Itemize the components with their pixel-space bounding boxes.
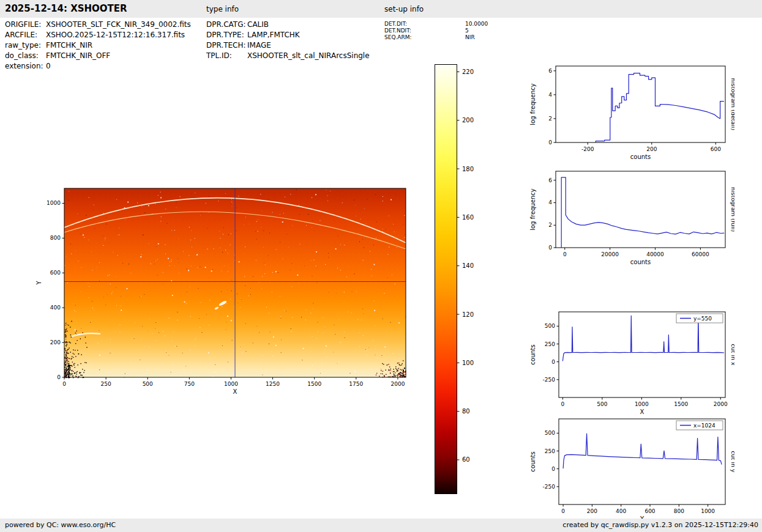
y-axis-label: counts	[529, 451, 536, 471]
rect-shape	[237, 294, 237, 294]
rect-shape	[73, 354, 74, 355]
rect-shape	[234, 350, 234, 351]
rect-shape	[206, 314, 207, 315]
rect-shape	[272, 272, 273, 273]
rect-shape	[363, 335, 364, 336]
footer-credit-right: created by qc_rawdisp.py v1.2.3 on 2025-…	[562, 521, 758, 529]
rect-shape	[397, 376, 398, 377]
meta-row: raw_type:FMTCHK_NIR	[5, 40, 191, 51]
rect-shape	[66, 328, 67, 329]
rect-shape	[157, 275, 158, 275]
rect-shape	[171, 372, 171, 372]
rect-shape	[214, 248, 214, 249]
rect-shape	[184, 301, 185, 303]
rect-shape	[334, 325, 335, 325]
rect-shape	[68, 325, 69, 325]
rect-shape	[338, 235, 338, 236]
rect-shape	[402, 363, 403, 364]
rect-shape	[64, 265, 65, 266]
rect-shape	[389, 247, 389, 248]
rect-shape	[165, 336, 165, 336]
rect-shape	[69, 372, 70, 373]
rect-shape	[67, 363, 67, 364]
rect-shape	[78, 261, 79, 262]
rect-shape	[389, 216, 389, 216]
rect-shape	[226, 376, 226, 377]
rect-shape	[71, 337, 72, 338]
rect-shape	[113, 252, 113, 253]
rect-shape	[67, 374, 69, 375]
rect-shape	[154, 264, 155, 264]
rect-shape	[245, 323, 246, 324]
rect-shape	[231, 290, 232, 291]
rect-shape	[361, 320, 362, 320]
rect-shape	[376, 238, 376, 238]
rect-shape	[354, 371, 356, 372]
rect-shape	[195, 193, 195, 193]
rect-shape	[116, 276, 116, 277]
rect-shape	[402, 373, 402, 374]
rect-shape	[327, 195, 328, 196]
rect-shape	[232, 206, 233, 207]
rect-shape	[403, 374, 403, 375]
rect-shape	[404, 374, 405, 375]
rect-shape	[394, 374, 395, 375]
rect-shape	[65, 339, 66, 339]
rect-shape	[337, 268, 338, 268]
rect-shape	[237, 303, 238, 303]
rect-shape	[196, 338, 196, 338]
rect-shape	[169, 355, 170, 356]
rect-shape	[354, 200, 354, 201]
rect-shape	[184, 369, 184, 370]
rect-shape	[225, 193, 226, 194]
rect-shape	[381, 374, 381, 374]
meta-label: raw_type:	[5, 40, 46, 51]
rect-shape	[400, 369, 400, 370]
rect-shape	[134, 336, 135, 337]
colorbar-canvas: 2202001801601401201008060	[435, 64, 480, 498]
rect-shape	[198, 267, 198, 268]
rect-shape	[312, 276, 313, 276]
rect-shape	[215, 357, 215, 358]
rect-shape	[127, 202, 129, 203]
rect-shape	[99, 369, 100, 370]
rect-shape	[395, 366, 396, 367]
x-tick-label: 400	[616, 508, 626, 514]
rect-shape	[75, 251, 76, 251]
y-tick-label: 0	[57, 374, 61, 380]
rect-shape	[228, 253, 228, 254]
rect-shape	[272, 212, 273, 213]
rect-shape	[97, 267, 97, 268]
axes-frame	[556, 171, 725, 248]
rect-shape	[88, 240, 89, 240]
rect-shape	[169, 318, 170, 319]
rect-shape	[240, 348, 241, 349]
rect-shape	[231, 280, 232, 281]
rect-shape	[209, 300, 210, 300]
rect-shape	[80, 375, 81, 375]
rect-shape	[275, 345, 277, 346]
rect-shape	[93, 210, 94, 210]
series-line	[563, 434, 722, 468]
rect-shape	[223, 227, 224, 228]
rect-shape	[125, 374, 125, 374]
y-tick-label: -250	[543, 484, 556, 490]
rect-shape	[65, 362, 66, 363]
rect-shape	[405, 376, 405, 377]
rect-shape	[68, 200, 69, 201]
rect-shape	[65, 335, 65, 336]
rect-shape	[66, 374, 67, 375]
rect-shape	[86, 342, 86, 343]
rect-shape	[69, 366, 70, 368]
rect-shape	[390, 373, 390, 374]
x-tick-label: 800	[674, 508, 684, 514]
rect-shape	[403, 371, 403, 372]
rect-shape	[74, 363, 75, 364]
rect-shape	[402, 375, 402, 375]
rect-shape	[154, 260, 154, 261]
rect-shape	[68, 349, 69, 350]
rect-shape	[191, 231, 192, 231]
y-tick-label: 400	[50, 305, 61, 311]
rect-shape	[183, 251, 184, 252]
rect-shape	[346, 276, 347, 277]
